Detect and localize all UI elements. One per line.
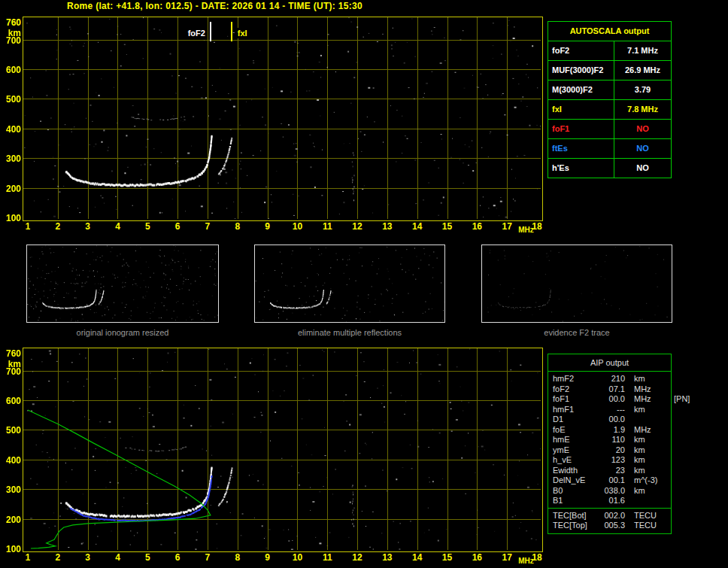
parameter-value: 038.0 <box>598 486 625 497</box>
y-tick-label-200: 200 <box>3 184 21 194</box>
parameter-label: B1 <box>548 496 598 506</box>
x-tick-label-12: 12 <box>349 221 366 232</box>
parameter-label: Ewidth <box>548 466 598 476</box>
parameter-unit: km <box>625 445 645 456</box>
parameter-label: h_vE <box>548 455 598 466</box>
parameter-label: hmF1 <box>548 405 598 415</box>
parameter-value: 00.1 <box>598 475 625 486</box>
y-tick-label-300: 300 <box>3 153 21 164</box>
parameter-unit: km <box>625 486 645 497</box>
parameter-value: 23 <box>598 466 625 476</box>
aip-row-ewidth: Ewidth23km <box>548 466 671 476</box>
parameter-value: 005.3 <box>598 521 625 531</box>
parameter-label: ymE <box>548 445 598 456</box>
x-axis-unit-label: MHz <box>518 226 534 234</box>
aip-row-tectop: TEC[Top]005.3TECU <box>548 521 671 531</box>
y-tick-label-100: 100 <box>3 544 21 554</box>
x-tick-label-2: 2 <box>50 221 66 232</box>
x-tick-label-2: 2 <box>50 552 66 563</box>
x-tick-label-15: 15 <box>439 221 456 232</box>
y-tick-label-200: 200 <box>3 515 21 525</box>
x-tick-label-11: 11 <box>319 221 335 232</box>
x-tick-label-1: 1 <box>20 552 36 563</box>
parameter-unit: TECU <box>625 521 657 531</box>
ionogram-plot-top <box>23 17 543 221</box>
x-tick-label-17: 17 <box>499 221 515 232</box>
parameter-unit: km <box>625 466 645 476</box>
parameter-unit: km <box>625 374 645 384</box>
parameter-unit: km <box>625 435 645 445</box>
page-title: Rome (lat: +41.8, lon: 012.5) - DATE: 20… <box>67 1 362 11</box>
parameter-value: 1.9 <box>598 425 625 436</box>
x-axis-unit-label: MHz <box>518 557 534 565</box>
autoscala-row-hes: h'EsNO <box>548 158 671 178</box>
parameter-unit: MHz <box>625 394 651 405</box>
autoscala-output-table: AUTOSCALA output foF27.1 MHzMUF(3000)F22… <box>548 21 672 178</box>
aip-row-hve: h_vE123km <box>548 455 671 466</box>
parameter-unit: m^(-3) <box>625 475 657 486</box>
parameter-unit: TECU <box>625 511 657 521</box>
x-tick-label-6: 6 <box>169 221 186 232</box>
autoscala-window: { "header": {"title": "Rome (lat: +41.8,… <box>0 0 728 568</box>
parameter-value: 123 <box>598 455 625 466</box>
parameter-label: D1 <box>548 415 598 425</box>
parameter-value: 00.0 <box>598 394 625 405</box>
autoscala-row-fof1: foF1NO <box>548 119 671 138</box>
parameter-unit: MHz <box>625 425 651 436</box>
ionogram-canvas-top <box>23 17 541 219</box>
x-tick-label-9: 9 <box>259 221 276 232</box>
autoscala-row-fof2: foF27.1 MHz <box>548 41 671 60</box>
autoscala-row-fxi: fxI7.8 MHz <box>548 99 671 119</box>
aip-table-title: AIP output <box>548 354 671 372</box>
thumbnail-filtered-ionogram <box>254 245 445 323</box>
aip-row-hme: hmE110km <box>548 435 671 445</box>
x-tick-label-7: 7 <box>199 552 216 563</box>
x-tick-label-13: 13 <box>379 552 396 563</box>
parameter-label: ftEs <box>548 139 614 158</box>
x-tick-label-14: 14 <box>409 221 426 232</box>
x-tick-label-5: 5 <box>139 552 156 563</box>
x-tick-label-4: 4 <box>109 221 126 232</box>
x-tick-label-8: 8 <box>229 552 246 563</box>
x-tick-label-11: 11 <box>319 552 335 563</box>
parameter-label: foF1 <box>548 120 614 138</box>
x-tick-label-6: 6 <box>169 552 186 563</box>
aip-row-hmf1: hmF1---km <box>548 405 671 415</box>
aip-table-rows: hmF2210kmfoF207.1MHzfoF100.0MHz[PN]hmF1-… <box>548 372 671 508</box>
y-axis-unit-label: km <box>3 28 21 38</box>
y-tick-label-400: 400 <box>3 455 21 466</box>
parameter-label: h'Es <box>548 159 614 178</box>
thumbnail-f2-evidence <box>481 245 672 323</box>
thumbnail-caption-f2-evidence: evidence F2 trace <box>481 328 672 337</box>
x-tick-label-8: 8 <box>229 221 246 232</box>
parameter-value: 7.8 MHz <box>614 100 671 119</box>
parameter-label: hmE <box>548 435 598 445</box>
aip-row-delnve: DelN_vE00.1m^(-3) <box>548 475 671 486</box>
autoscala-row-ftes: ftEsNO <box>548 138 671 158</box>
y-tick-label-600: 600 <box>3 396 21 406</box>
parameter-label: M(3000)F2 <box>548 80 614 99</box>
fxl-marker-label: fxI <box>235 28 250 38</box>
autoscala-row-muf3000f2: MUF(3000)F226.9 MHz <box>548 60 671 80</box>
parameter-label: MUF(3000)F2 <box>548 61 614 80</box>
parameter-value: 01.6 <box>598 496 625 506</box>
y-tick-label-760: 760 <box>3 17 21 28</box>
parameter-value: 07.1 <box>598 384 625 395</box>
aip-output-table: AIP output hmF2210kmfoF207.1MHzfoF100.0M… <box>548 354 672 534</box>
x-tick-label-16: 16 <box>469 221 485 232</box>
ionogram-plot-bottom <box>23 348 543 552</box>
parameter-label: fxI <box>548 100 614 119</box>
y-tick-label-300: 300 <box>3 484 21 495</box>
aip-row-fof2: foF207.1MHz <box>548 384 671 395</box>
parameter-value: 3.79 <box>614 80 671 99</box>
parameter-value: 210 <box>598 374 625 384</box>
aip-row-b0: B0038.0km <box>548 486 671 497</box>
parameter-unit <box>625 415 634 425</box>
x-tick-label-3: 3 <box>80 552 96 563</box>
parameter-value: NO <box>614 159 671 178</box>
fof2-marker-label: foF2 <box>186 28 208 38</box>
x-tick-label-10: 10 <box>289 552 305 563</box>
x-tick-label-13: 13 <box>379 221 396 232</box>
x-tick-label-9: 9 <box>259 552 276 563</box>
autoscala-table-rows: foF27.1 MHzMUF(3000)F226.9 MHzM(3000)F23… <box>548 41 671 178</box>
